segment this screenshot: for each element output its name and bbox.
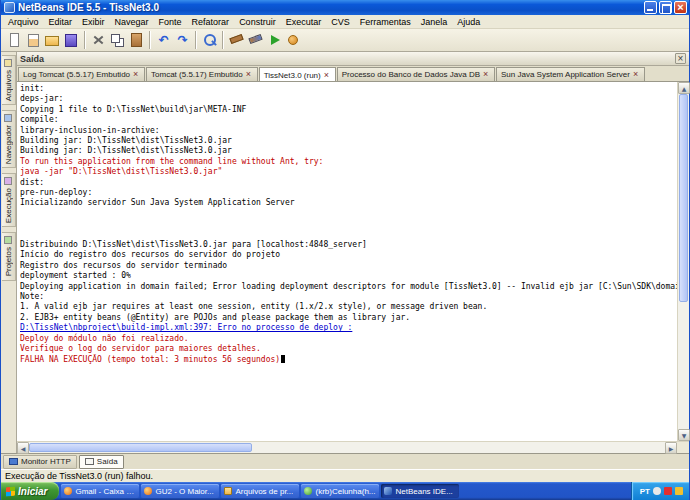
sidebar-tab-label: Navegador bbox=[4, 125, 13, 164]
sidebar-tab[interactable]: Projetos bbox=[2, 232, 16, 280]
horizontal-scroll-thumb[interactable] bbox=[29, 443, 252, 452]
taskbar-item-label: NetBeans IDE... bbox=[395, 487, 452, 496]
console-line: Deploy do módulo não foi realizado. bbox=[20, 334, 677, 344]
find-icon[interactable] bbox=[200, 31, 219, 50]
open-project-icon[interactable] bbox=[43, 31, 62, 50]
vertical-scrollbar[interactable] bbox=[677, 82, 689, 441]
menu-item[interactable]: Ajuda bbox=[452, 16, 485, 28]
console-line: Copying 1 file to D:\TissNet\build\jar\M… bbox=[20, 105, 677, 115]
output-tab[interactable]: Sun Java System Application Server bbox=[496, 67, 645, 81]
taskbar-item[interactable]: Gmail - Caixa d... bbox=[61, 484, 139, 498]
output-tab[interactable]: TissNet3.0 (run) bbox=[259, 67, 336, 82]
menu-item[interactable]: Construir bbox=[234, 16, 281, 28]
vertical-scroll-thumb[interactable] bbox=[679, 94, 688, 302]
scroll-up-icon[interactable] bbox=[678, 82, 690, 94]
taskbar-item[interactable]: GU2 - O Maior... bbox=[141, 484, 219, 498]
maximize-button[interactable] bbox=[659, 1, 672, 14]
output-tab-row: Log Tomcat (5.5.17) Embutido Tomcat (5.5… bbox=[17, 66, 689, 82]
taskbar-item[interactable]: NetBeans IDE... bbox=[381, 484, 459, 498]
menu-item[interactable]: Arquivo bbox=[3, 16, 44, 28]
console-line-text: deps-jar: bbox=[20, 94, 63, 103]
console-line bbox=[20, 219, 677, 229]
menu-item[interactable]: Ferramentas bbox=[355, 16, 416, 28]
tab-close-icon[interactable] bbox=[246, 70, 253, 79]
console-line: Inicializando servidor Sun Java System A… bbox=[20, 198, 677, 208]
redo-icon[interactable] bbox=[173, 31, 192, 50]
run-project-icon[interactable] bbox=[265, 31, 284, 50]
output-panel-title: Saída bbox=[20, 54, 675, 64]
netbeans-app-icon bbox=[4, 2, 15, 13]
debug-project-icon[interactable] bbox=[284, 31, 303, 50]
menu-item[interactable]: Navegar bbox=[110, 16, 154, 28]
output-tab-label: TissNet3.0 (run) bbox=[264, 71, 321, 80]
horizontal-scrollbar[interactable] bbox=[17, 441, 689, 453]
title-bar[interactable]: NetBeans IDE 5.5 - TissNet3.0 bbox=[1, 0, 689, 15]
menu-item[interactable]: Executar bbox=[281, 16, 327, 28]
output-icon bbox=[85, 458, 94, 465]
paste-icon[interactable] bbox=[127, 31, 146, 50]
menu-item[interactable]: Fonte bbox=[154, 16, 187, 28]
console-output[interactable]: init: deps-jar: Copying 1 file to D:\Tis… bbox=[17, 82, 677, 441]
scroll-left-icon[interactable] bbox=[17, 442, 29, 454]
console-line bbox=[20, 230, 677, 240]
undo-icon[interactable] bbox=[154, 31, 173, 50]
tray-icon[interactable] bbox=[664, 487, 672, 495]
output-header: Saída bbox=[17, 52, 689, 66]
text-cursor bbox=[281, 355, 285, 363]
horizontal-scroll-track[interactable] bbox=[29, 442, 665, 453]
console-line-text: Registro dos recursos do servidor termin… bbox=[20, 261, 227, 270]
tab-close-icon[interactable] bbox=[633, 70, 640, 79]
tab-close-icon[interactable] bbox=[133, 70, 140, 79]
main-area: Arquivos Navegador Execução Projetos bbox=[1, 52, 689, 453]
build-project-icon[interactable] bbox=[227, 31, 246, 50]
taskbar-item[interactable]: (krb)Celunha(h... bbox=[301, 484, 379, 498]
left-dock-strip: Arquivos Navegador Execução Projetos bbox=[1, 52, 16, 453]
console-line-text: library-inclusion-in-archive: bbox=[20, 126, 160, 135]
menu-item[interactable]: Refatorar bbox=[187, 16, 235, 28]
console-line-text: FALHA NA EXECUÇÃO (tempo total: 3 minuto… bbox=[20, 355, 280, 364]
console-line: To run this application from the command… bbox=[20, 157, 677, 167]
console-line-text: Deploy do módulo não foi realizado. bbox=[20, 334, 189, 343]
console-line-text: compile: bbox=[20, 115, 59, 124]
console-line-text[interactable]: D:\TissNet\nbproject\build-impl.xml:397:… bbox=[20, 323, 352, 332]
bottom-tab[interactable]: Saída bbox=[79, 455, 124, 469]
new-file-icon[interactable] bbox=[5, 31, 24, 50]
sidebar-tab[interactable]: Arquivos bbox=[2, 55, 16, 105]
console-line-text: deployment started : 0% bbox=[20, 271, 131, 280]
console-line: Building jar: D:\TissNet\dist\TissNet3.0… bbox=[20, 146, 677, 156]
tray-icon[interactable] bbox=[653, 487, 661, 495]
console-line-text: dist: bbox=[20, 178, 44, 187]
save-all-icon[interactable] bbox=[62, 31, 81, 50]
tray-icon[interactable] bbox=[675, 487, 683, 495]
console-line bbox=[20, 209, 677, 219]
menu-item[interactable]: CVS bbox=[326, 16, 355, 28]
clean-build-icon[interactable] bbox=[246, 31, 265, 50]
output-tab[interactable]: Log Tomcat (5.5.17) Embutido bbox=[18, 67, 145, 81]
close-button[interactable] bbox=[674, 1, 687, 14]
sidebar-tab[interactable]: Navegador bbox=[2, 110, 16, 168]
output-tab[interactable]: Tomcat (5.5.17) Embutido bbox=[146, 67, 258, 81]
output-tab[interactable]: Processo do Banco de Dados Java DB bbox=[337, 67, 495, 81]
runtime-tab-icon bbox=[4, 177, 12, 185]
scroll-down-icon[interactable] bbox=[678, 429, 690, 441]
language-indicator[interactable]: PT bbox=[640, 487, 650, 496]
menu-item[interactable]: Exibir bbox=[77, 16, 110, 28]
new-project-icon[interactable] bbox=[24, 31, 43, 50]
output-close-icon[interactable] bbox=[675, 53, 686, 64]
minimize-button[interactable] bbox=[644, 1, 657, 14]
cut-icon[interactable] bbox=[89, 31, 108, 50]
scrollbar-corner bbox=[677, 442, 689, 453]
tab-close-icon[interactable] bbox=[324, 71, 331, 80]
taskbar-item[interactable]: Arquivos de pr... bbox=[221, 484, 299, 498]
taskbar-item-label: Arquivos de pr... bbox=[235, 487, 293, 496]
menu-item[interactable]: Janela bbox=[416, 16, 453, 28]
sidebar-tab[interactable]: Execução bbox=[2, 173, 16, 227]
start-button[interactable]: Iniciar bbox=[1, 482, 59, 500]
copy-icon[interactable] bbox=[108, 31, 127, 50]
taskbar-item-label: Gmail - Caixa d... bbox=[75, 487, 136, 496]
tab-close-icon[interactable] bbox=[483, 70, 490, 79]
scroll-right-icon[interactable] bbox=[665, 442, 677, 454]
menu-item[interactable]: Editar bbox=[44, 16, 78, 28]
vertical-scroll-track[interactable] bbox=[678, 94, 689, 429]
bottom-tab[interactable]: Monitor HTTP bbox=[3, 455, 77, 469]
